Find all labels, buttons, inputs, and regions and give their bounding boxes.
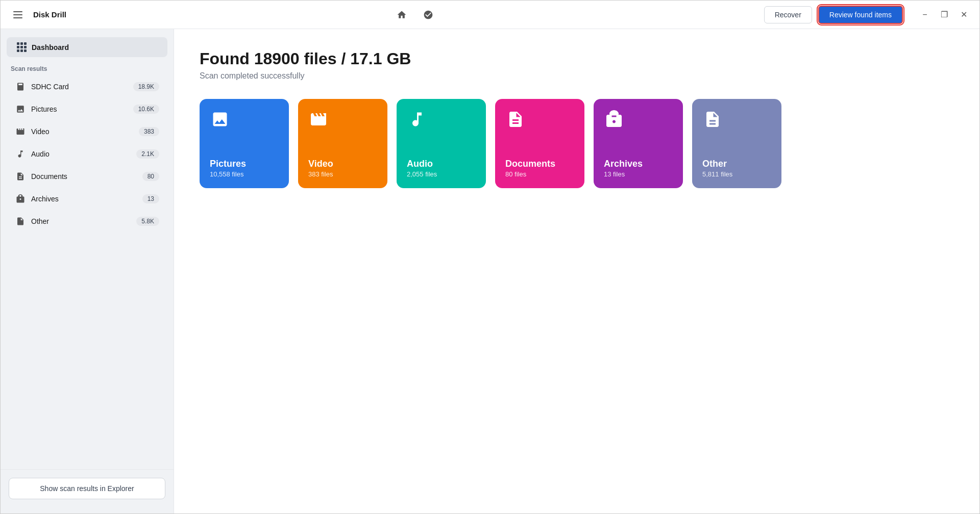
documents-label: Documents [31,172,142,181]
review-found-items-button[interactable]: Review found items [818,6,903,24]
hamburger-icon [13,11,22,18]
sidebar-footer: Show scan results in Explorer [1,469,174,507]
menu-button[interactable] [9,6,27,24]
sidebar-item-dashboard[interactable]: Dashboard [7,37,167,57]
card-documents-icon [505,109,526,130]
card-audio-icon [407,109,427,130]
card-video[interactable]: Video 383 files [298,99,387,188]
card-archives-icon [604,109,624,130]
archives-badge: 13 [142,194,159,203]
card-other[interactable]: Other 5,811 files [692,99,781,188]
documents-badge: 80 [142,172,159,181]
other-label: Other [31,217,136,225]
sidebar-item-video[interactable]: Video 383 [5,121,169,142]
card-documents-name: Documents [505,159,574,169]
close-button[interactable]: ✕ [956,7,971,22]
title-bar: Disk Drill Recover Review found items − … [1,1,979,29]
card-other-name: Other [702,159,771,169]
card-archives-name: Archives [604,159,673,169]
video-label: Video [31,127,139,136]
archives-label: Archives [31,195,142,203]
other-icon [15,216,26,227]
found-title: Found 18900 files / 17.1 GB [200,49,954,68]
video-icon [15,126,26,137]
card-audio-info: Audio 2,055 files [407,159,476,178]
checkmark-icon [423,10,433,20]
card-archives-info: Archives 13 files [604,159,673,178]
audio-icon [15,148,26,160]
card-other-icon [702,109,723,130]
sidebar: Dashboard Scan results SDHC Card 18.9K [1,29,174,513]
sidebar-item-archives[interactable]: Archives 13 [5,188,169,210]
card-video-info: Video 383 files [308,159,377,178]
card-pictures[interactable]: Pictures 10,558 files [200,99,289,188]
card-documents-count: 80 files [505,170,574,178]
card-other-info: Other 5,811 files [702,159,771,178]
pictures-label: Pictures [31,105,133,113]
card-audio[interactable]: Audio 2,055 files [397,99,486,188]
other-badge: 5.8K [136,217,159,226]
card-archives[interactable]: Archives 13 files [594,99,683,188]
card-audio-count: 2,055 files [407,170,476,178]
sdhc-card-icon [15,81,26,92]
pictures-badge: 10.6K [133,105,159,114]
sidebar-item-documents[interactable]: Documents 80 [5,166,169,187]
checkmark-button[interactable] [419,6,437,24]
window-controls: − ❐ ✕ [917,7,971,22]
sidebar-item-audio[interactable]: Audio 2.1K [5,143,169,165]
cards-grid: Pictures 10,558 files Video 383 files [200,99,954,188]
audio-badge: 2.1K [136,149,159,159]
title-bar-right: Recover Review found items − ❐ ✕ [764,6,971,24]
maximize-button[interactable]: ❐ [937,7,952,22]
sdhc-card-badge: 18.9K [133,82,159,91]
recover-button[interactable]: Recover [764,6,812,23]
sidebar-item-pictures[interactable]: Pictures 10.6K [5,98,169,120]
title-bar-center [393,6,437,24]
card-video-icon [308,109,329,130]
home-button[interactable] [393,6,411,24]
card-pictures-count: 10,558 files [210,170,279,178]
title-bar-left: Disk Drill [9,6,66,24]
pictures-icon [15,104,26,115]
card-pictures-name: Pictures [210,159,279,169]
sidebar-item-sdhc-card[interactable]: SDHC Card 18.9K [5,76,169,97]
sdhc-card-label: SDHC Card [31,83,133,91]
card-other-count: 5,811 files [702,170,771,178]
audio-label: Audio [31,150,136,158]
sidebar-item-other[interactable]: Other 5.8K [5,211,169,232]
card-video-name: Video [308,159,377,169]
scan-results-label: Scan results [1,59,174,75]
app-title: Disk Drill [33,10,66,19]
dashboard-grid-icon [17,42,27,52]
minimize-button[interactable]: − [917,7,933,22]
show-scan-results-button[interactable]: Show scan results in Explorer [9,478,165,499]
card-documents-info: Documents 80 files [505,159,574,178]
card-audio-name: Audio [407,159,476,169]
home-icon [397,10,407,20]
main-layout: Dashboard Scan results SDHC Card 18.9K [1,29,979,513]
archives-icon [15,193,26,204]
card-video-count: 383 files [308,170,377,178]
content-area: Found 18900 files / 17.1 GB Scan complet… [174,29,979,513]
scan-status: Scan completed successfully [200,71,954,81]
card-archives-count: 13 files [604,170,673,178]
dashboard-label: Dashboard [32,43,69,52]
card-documents[interactable]: Documents 80 files [495,99,584,188]
documents-icon [15,171,26,182]
card-pictures-icon [210,109,230,130]
card-pictures-info: Pictures 10,558 files [210,159,279,178]
video-badge: 383 [139,127,159,136]
app-window: Disk Drill Recover Review found items − … [0,0,980,514]
